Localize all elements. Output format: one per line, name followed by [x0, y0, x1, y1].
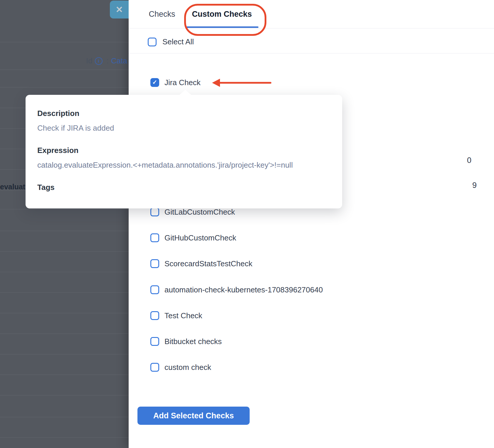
header-colon: : — [107, 56, 109, 65]
check-item-label: Jira Check — [164, 78, 201, 87]
tooltip-tags-heading: Tags — [37, 182, 330, 192]
check-item-checkbox[interactable]: ✓ — [150, 285, 159, 294]
close-icon: ✕ — [115, 5, 123, 14]
check-list-item[interactable]: ✓ Bitbucket checks — [150, 337, 222, 346]
check-list-item[interactable]: ✓ Test Check — [150, 311, 202, 320]
modal-backdrop: Id i : Cata evaluat — [0, 0, 129, 448]
check-item-label: custom check — [164, 363, 211, 372]
tab-bar: Checks Custom Checks — [129, 0, 494, 28]
select-all-control[interactable]: ✓ Select All — [148, 37, 194, 46]
select-all-label: Select All — [162, 37, 194, 46]
info-icon: i — [95, 57, 103, 65]
check-item-checkbox[interactable]: ✓ — [150, 259, 159, 268]
check-item-label: GitHubCustomCheck — [164, 233, 236, 242]
jira-check-tooltip: Description Check if JIRA is added Expre… — [26, 95, 342, 208]
check-list-item[interactable]: ✓ ScorecardStatsTestCheck — [150, 259, 252, 268]
check-item-checkbox[interactable]: ✓ — [150, 78, 159, 87]
tab-custom-checks[interactable]: Custom Checks — [185, 0, 258, 28]
check-item-label: Test Check — [164, 311, 202, 320]
tooltip-caret — [179, 90, 191, 95]
check-item-label: automation-check-kubernetes-170839627064… — [164, 285, 323, 294]
occluded-check-label-fragment: 9 — [472, 181, 477, 190]
check-item-label: ScorecardStatsTestCheck — [164, 259, 252, 268]
checkmark-icon: ✓ — [152, 79, 157, 85]
check-item-label: GitLabCustomCheck — [164, 208, 235, 217]
select-all-checkbox[interactable]: ✓ — [148, 38, 157, 46]
check-item-checkbox[interactable]: ✓ — [150, 337, 159, 346]
occluded-check-label-fragment: 0 — [467, 156, 471, 165]
check-list-item[interactable]: ✓ GitHubCustomCheck — [150, 233, 236, 242]
check-item-label: Bitbucket checks — [164, 337, 222, 346]
close-drawer-button[interactable]: ✕ — [110, 1, 129, 18]
tooltip-description-heading: Description — [37, 108, 330, 118]
check-item-checkbox[interactable]: ✓ — [150, 311, 159, 320]
id-column-label: Id — [86, 56, 93, 65]
check-list-item[interactable]: ✓ Jira Check — [150, 78, 201, 87]
check-list-item[interactable]: ✓ custom check — [150, 363, 211, 372]
check-list-item[interactable]: ✓ automation-check-kubernetes-1708396270… — [150, 285, 323, 294]
tooltip-expression-heading: Expression — [37, 145, 330, 155]
check-item-checkbox[interactable]: ✓ — [150, 233, 159, 242]
tooltip-expression-value: catalog.evaluateExpression.<+metadata.an… — [37, 160, 330, 170]
background-table-header-fragment: Id i : Cata — [86, 56, 127, 65]
tooltip-description-value: Check if JIRA is added — [37, 123, 330, 133]
check-item-checkbox[interactable]: ✓ — [150, 208, 159, 216]
check-list-item[interactable]: ✓ GitLabCustomCheck — [150, 208, 235, 216]
select-all-row: ✓ Select All — [129, 28, 494, 53]
check-item-checkbox[interactable]: ✓ — [150, 363, 159, 372]
add-selected-checks-button[interactable]: Add Selected Checks — [137, 407, 250, 425]
active-tab-indicator — [185, 26, 258, 28]
select-all-divider — [129, 53, 494, 53]
catalog-value-fragment: Cata — [111, 56, 127, 65]
checks-drawer: Checks Custom Checks ✓ Select All ✓ Jira… — [129, 0, 494, 448]
background-row-text-fragment: evaluat — [0, 183, 25, 191]
tab-checks[interactable]: Checks — [148, 0, 176, 28]
